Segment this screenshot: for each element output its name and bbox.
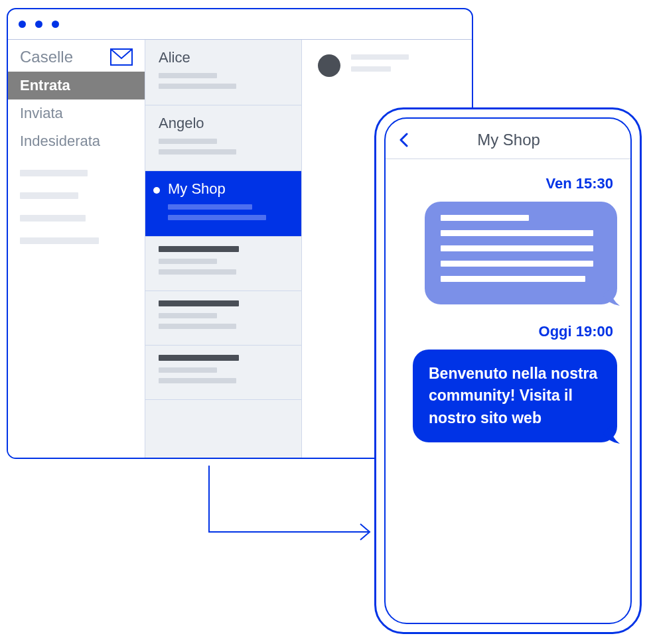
message-item[interactable] — [145, 237, 301, 291]
message-sender: Angelo — [159, 115, 288, 132]
sidebar-title: Caselle — [20, 48, 73, 66]
placeholder-line — [20, 237, 99, 244]
chat-timestamp: Oggi 19:00 — [399, 323, 613, 340]
placeholder-line — [351, 66, 391, 72]
avatar-icon — [318, 54, 340, 77]
placeholder-line — [441, 245, 593, 251]
bubble-tail-icon — [603, 426, 620, 444]
placeholder-line — [159, 73, 217, 78]
flow-arrow-icon — [202, 466, 382, 578]
placeholder-line — [159, 324, 236, 329]
message-item[interactable]: Angelo — [145, 105, 301, 171]
message-item-selected[interactable]: My Shop — [145, 171, 301, 237]
chat-message-text: Benvenuto nella nostra community! Visita… — [429, 365, 597, 426]
sidebar-header: Caselle — [8, 40, 145, 72]
mail-icon — [110, 48, 133, 66]
placeholder-line — [159, 367, 217, 373]
chat-bubble — [425, 202, 617, 304]
placeholder-line — [441, 261, 593, 267]
sidebar-folder-inbox[interactable]: Entrata — [8, 72, 145, 99]
placeholder-line — [159, 355, 239, 361]
chat-timestamp: Ven 15:30 — [399, 175, 613, 192]
placeholder-line — [159, 149, 236, 155]
chat-bubble-message: Benvenuto nella nostra community! Visita… — [413, 350, 617, 442]
chat-title: My Shop — [420, 131, 597, 149]
chat-header: My Shop — [386, 119, 630, 159]
placeholder-line — [159, 259, 217, 264]
phone-screen: My Shop Ven 15:30 Oggi 19:00 Benvenuto n… — [384, 117, 632, 624]
placeholder-line — [441, 215, 529, 221]
message-sender: My Shop — [168, 180, 288, 198]
window-dot-icon — [19, 21, 26, 28]
placeholder-line — [159, 378, 236, 383]
chat-body: Ven 15:30 Oggi 19:00 Benvenuto nella nos… — [386, 159, 630, 623]
back-icon[interactable] — [399, 133, 408, 147]
message-sender: Alice — [159, 49, 288, 66]
placeholder-line — [159, 246, 239, 252]
placeholder-line — [159, 269, 236, 275]
bubble-tail-icon — [603, 289, 620, 306]
window-dot-icon — [52, 21, 59, 28]
window-titlebar — [8, 9, 472, 40]
placeholder-line — [159, 313, 217, 318]
sidebar-placeholder-group — [8, 155, 145, 260]
sidebar-folder-spam[interactable]: Indesiderata — [8, 127, 145, 155]
message-item[interactable] — [145, 346, 301, 400]
placeholder-line — [351, 54, 409, 60]
window-dot-icon — [35, 21, 42, 28]
placeholder-line — [159, 139, 217, 144]
placeholder-line — [159, 84, 236, 89]
placeholder-line — [20, 192, 78, 199]
sidebar-folder-sent[interactable]: Inviata — [8, 99, 145, 127]
placeholder-line — [441, 230, 593, 236]
placeholder-line — [168, 204, 252, 210]
sidebar: Caselle Entrata Inviata Indesiderata — [8, 40, 145, 458]
placeholder-line — [20, 215, 86, 222]
placeholder-line — [441, 276, 585, 282]
message-list: Alice Angelo My Shop — [145, 40, 302, 458]
placeholder-line — [20, 170, 88, 176]
placeholder-line — [168, 215, 266, 220]
message-item[interactable] — [145, 291, 301, 346]
reader-header — [318, 54, 456, 78]
message-item[interactable]: Alice — [145, 40, 301, 105]
placeholder-line — [159, 300, 239, 306]
phone-device: My Shop Ven 15:30 Oggi 19:00 Benvenuto n… — [374, 107, 642, 634]
